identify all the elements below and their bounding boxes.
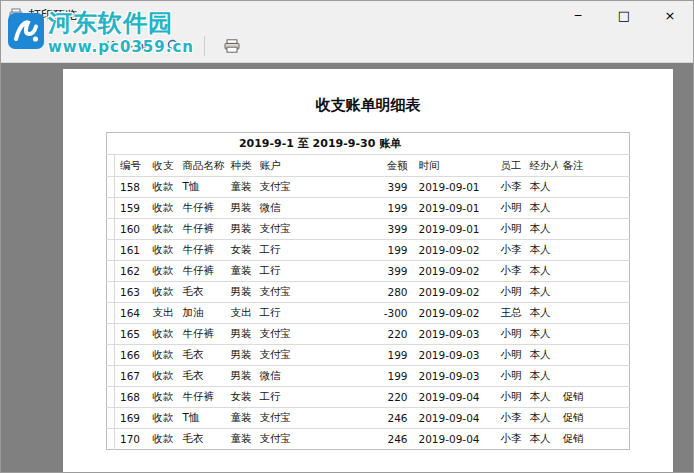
table-row: 167收款毛衣男装微信1992019-09-03小明本人 <box>107 366 630 387</box>
table-cell: 支出 <box>226 303 255 324</box>
table-cell: 微信 <box>255 366 337 387</box>
table-cell: 收款 <box>148 240 178 261</box>
table-cell <box>558 240 630 261</box>
table-cell: 2019-09-02 <box>414 261 496 282</box>
table-cell: 280 <box>337 282 414 303</box>
table-cell: 220 <box>337 324 414 345</box>
table-cell: 220 <box>337 387 414 408</box>
column-header: 员工 <box>496 155 525 177</box>
next-page-button[interactable]: ▶ <box>122 35 137 57</box>
table-cell: 本人 <box>525 324 558 345</box>
table-cell: 男装 <box>226 198 255 219</box>
table-cell <box>558 303 630 324</box>
table-cell: 收款 <box>148 366 178 387</box>
table-cell: 促销 <box>558 408 630 429</box>
report-page: 收支账单明细表 2019-9-1 至 2019-9-30 账单 编号收支商品名称… <box>63 69 673 472</box>
table-cell: 小明 <box>496 324 525 345</box>
table-cell: 支出 <box>148 303 178 324</box>
table-cell: 小李 <box>496 240 525 261</box>
page-indicator: /4 <box>105 39 116 52</box>
table-cell: 2019-09-03 <box>414 366 496 387</box>
table-cell: 毛衣 <box>178 429 226 450</box>
table-cell: 收款 <box>148 408 178 429</box>
table-cell <box>558 324 630 345</box>
row-marker-cell <box>107 408 115 429</box>
table-cell: 男装 <box>226 219 255 240</box>
table-cell: 168 <box>115 387 148 408</box>
table-cell: 收款 <box>148 324 178 345</box>
table-cell: 399 <box>337 177 414 198</box>
table-cell: 促销 <box>558 429 630 450</box>
table-cell: 牛仔裤 <box>178 219 226 240</box>
print-preview-window: 打印预览 ─ □ × /4 ▶ ▶| 收支账单明 <box>0 0 694 473</box>
table-cell: 2019-09-01 <box>414 219 496 240</box>
print-button[interactable] <box>218 34 246 58</box>
table-row: 166收款毛衣男装支付宝1992019-09-03小明本人 <box>107 345 630 366</box>
table-cell: 2019-09-03 <box>414 345 496 366</box>
table-cell: T恤 <box>178 177 226 198</box>
table-cell: 小李 <box>496 408 525 429</box>
table-cell: 支付宝 <box>255 429 337 450</box>
table-cell: 本人 <box>525 261 558 282</box>
minimize-button[interactable]: ─ <box>555 1 601 29</box>
table-cell: 本人 <box>525 408 558 429</box>
table-cell: 牛仔裤 <box>178 198 226 219</box>
table-cell: 工行 <box>255 387 337 408</box>
last-page-button[interactable]: ▶| <box>137 35 155 57</box>
table-cell: 159 <box>115 198 148 219</box>
titlebar: 打印预览 ─ □ × <box>1 1 693 29</box>
close-button[interactable]: × <box>647 1 693 29</box>
table-cell: 牛仔裤 <box>178 387 226 408</box>
table-cell: 169 <box>115 408 148 429</box>
table-row: 161收款牛仔裤女装工行1992019-09-02小李本人 <box>107 240 630 261</box>
table-cell: 2019-09-02 <box>414 282 496 303</box>
table-header-row: 编号收支商品名称种类账户金额时间员工经办人备注 <box>107 155 630 177</box>
table-cell <box>558 261 630 282</box>
table-cell: 162 <box>115 261 148 282</box>
table-cell: 女装 <box>226 387 255 408</box>
table-cell: 童装 <box>226 408 255 429</box>
table-cell: 童装 <box>226 177 255 198</box>
table-cell: 收款 <box>148 177 178 198</box>
table-cell: 246 <box>337 429 414 450</box>
table-cell: 2019-09-04 <box>414 387 496 408</box>
printer-icon <box>224 39 240 53</box>
table-cell: 小李 <box>496 429 525 450</box>
table-cell <box>558 198 630 219</box>
table-cell: -300 <box>337 303 414 324</box>
table-cell: 小明 <box>496 387 525 408</box>
column-header: 收支 <box>148 155 178 177</box>
table-cell: 246 <box>337 408 414 429</box>
row-marker-cell <box>107 240 115 261</box>
table-cell <box>558 345 630 366</box>
table-cell: 支付宝 <box>255 219 337 240</box>
table-cell: 399 <box>337 261 414 282</box>
table-cell: 小明 <box>496 366 525 387</box>
table-cell: 童装 <box>226 261 255 282</box>
table-cell: 164 <box>115 303 148 324</box>
table-row: 168收款牛仔裤女装工行2202019-09-04小明本人促销 <box>107 387 630 408</box>
table-cell: 170 <box>115 429 148 450</box>
table-cell: 牛仔裤 <box>178 240 226 261</box>
table-cell: 支付宝 <box>255 345 337 366</box>
table-cell: 支付宝 <box>255 177 337 198</box>
row-marker-cell <box>107 324 115 345</box>
table-cell: 小明 <box>496 282 525 303</box>
table-cell: 牛仔裤 <box>178 261 226 282</box>
table-row: 158收款T恤童装支付宝3992019-09-01小李本人 <box>107 177 630 198</box>
table-cell: 毛衣 <box>178 345 226 366</box>
zoom-dropdown-button[interactable] <box>161 34 197 58</box>
table-cell: 男装 <box>226 324 255 345</box>
dropdown-caret-icon <box>185 44 191 48</box>
table-cell: 工行 <box>255 261 337 282</box>
table-cell: 2019-09-01 <box>414 198 496 219</box>
row-marker-cell <box>107 261 115 282</box>
table-cell: 160 <box>115 219 148 240</box>
maximize-button[interactable]: □ <box>601 1 647 29</box>
row-marker-cell <box>107 429 115 450</box>
table-row: 164支出加油支出工行-3002019-09-02王总本人 <box>107 303 630 324</box>
table-cell: 2019-09-03 <box>414 324 496 345</box>
table-cell: 加油 <box>178 303 226 324</box>
row-marker-cell <box>107 282 115 303</box>
table-cell: 2019-09-02 <box>414 240 496 261</box>
